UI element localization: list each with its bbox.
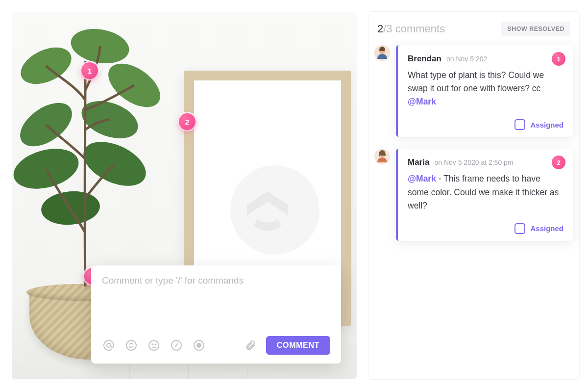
assigned-label: Assigned bbox=[530, 224, 564, 233]
comments-header: 2/3 comments SHOW RESOLVED bbox=[374, 16, 573, 45]
comments-sidebar: 2/3 comments SHOW RESOLVED Brendan on No… bbox=[368, 12, 579, 379]
svg-point-0 bbox=[15, 40, 77, 91]
avatar bbox=[374, 45, 390, 61]
annotation-pin-1[interactable]: 1 bbox=[81, 62, 98, 79]
assigned-label: Assigned bbox=[530, 121, 564, 129]
svg-point-6 bbox=[76, 133, 152, 195]
svg-point-10 bbox=[149, 340, 159, 350]
svg-point-4 bbox=[76, 94, 143, 146]
emoji-icon[interactable] bbox=[147, 339, 161, 352]
svg-point-11 bbox=[152, 344, 153, 345]
comment-pin-badge: 1 bbox=[552, 52, 565, 66]
annotation-pin-2[interactable]: 2 bbox=[179, 113, 196, 130]
svg-point-9 bbox=[126, 340, 136, 350]
comment-thread: Maria on Nov 5 2020 at 2:50 pm 2 @Mark -… bbox=[374, 149, 573, 240]
comment-composer: COMMENT bbox=[91, 265, 341, 364]
assigned-checkbox[interactable] bbox=[514, 119, 525, 130]
svg-line-14 bbox=[175, 343, 178, 347]
clickup-logo-watermark bbox=[233, 167, 302, 236]
emoji-assign-icon[interactable] bbox=[124, 339, 138, 352]
show-resolved-button[interactable]: SHOW RESOLVED bbox=[501, 22, 570, 36]
comment-timestamp: on Nov 5 202 bbox=[446, 55, 487, 63]
comment-body: @Mark - This frame needs to have some co… bbox=[408, 172, 564, 212]
comment-thread: Brendan on Nov 5 202 1 What type of plan… bbox=[374, 45, 573, 137]
attachment-icon[interactable] bbox=[244, 339, 257, 352]
svg-point-7 bbox=[40, 189, 101, 227]
record-icon[interactable] bbox=[192, 339, 206, 352]
annotation-pin-1-number: 1 bbox=[88, 67, 92, 75]
annotation-pin-2-number: 2 bbox=[185, 118, 189, 126]
comment-input[interactable] bbox=[102, 275, 330, 330]
svg-point-1 bbox=[68, 25, 132, 68]
comment-timestamp: on Nov 5 2020 at 2:50 pm bbox=[434, 158, 513, 166]
comment-author: Maria bbox=[408, 157, 429, 167]
slash-command-icon[interactable] bbox=[170, 339, 183, 352]
proof-image-panel[interactable]: 1 2 3 bbox=[12, 12, 357, 379]
comments-counter: 2/3 comments bbox=[377, 23, 445, 35]
comment-card[interactable]: Maria on Nov 5 2020 at 2:50 pm 2 @Mark -… bbox=[396, 149, 573, 240]
comments-active-count: 2 bbox=[377, 23, 383, 35]
svg-point-5 bbox=[12, 142, 83, 196]
comments-total-suffix: /3 comments bbox=[383, 23, 445, 35]
mention-icon[interactable] bbox=[102, 339, 116, 352]
comment-body: What type of plant is this? Could we swa… bbox=[408, 69, 564, 108]
submit-comment-button[interactable]: COMMENT bbox=[266, 336, 330, 355]
svg-point-16 bbox=[197, 343, 201, 347]
mention[interactable]: @Mark bbox=[408, 174, 436, 183]
svg-point-3 bbox=[12, 94, 79, 156]
svg-point-12 bbox=[155, 344, 156, 345]
svg-point-8 bbox=[107, 343, 111, 347]
assigned-checkbox[interactable] bbox=[514, 223, 525, 234]
avatar bbox=[374, 149, 390, 164]
svg-point-2 bbox=[100, 55, 168, 116]
composer-toolbar: COMMENT bbox=[102, 336, 330, 355]
comment-card[interactable]: Brendan on Nov 5 202 1 What type of plan… bbox=[396, 45, 573, 137]
mention[interactable]: @Mark bbox=[408, 97, 436, 106]
comment-author: Brendan bbox=[408, 54, 441, 64]
